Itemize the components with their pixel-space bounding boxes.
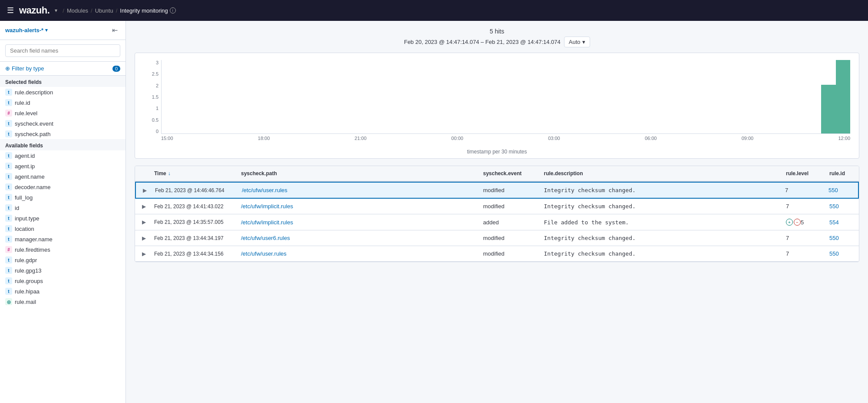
- rule-id-cell[interactable]: 554: [824, 214, 859, 230]
- table-column-header[interactable]: rule.description: [539, 166, 781, 181]
- chart-bar: [821, 85, 836, 133]
- rule-id-cell[interactable]: 550: [824, 230, 859, 246]
- selected-field-item[interactable]: tsyscheck.event: [0, 118, 125, 129]
- rule-id-link[interactable]: 550: [829, 235, 839, 241]
- field-name-label: rule.groups: [15, 278, 43, 284]
- table-head: Time ↓syscheck.pathsyscheck.eventrule.de…: [135, 166, 859, 182]
- chart-bars: [162, 60, 850, 133]
- y-axis-label: 3: [156, 60, 158, 65]
- expand-row-button[interactable]: ▶: [141, 187, 149, 193]
- chart-wrap: 32.521.510.50 15:0018:0021:0000:0003:000…: [135, 53, 859, 159]
- rule-description-cell: Integrity checksum changed.: [539, 230, 781, 246]
- filter-type-row: ⊕ Filter by type 0: [0, 62, 125, 76]
- table-row[interactable]: ▶Feb 21, 2023 @ 14:41:43.022/etc/ufw/imp…: [135, 199, 859, 214]
- available-field-item[interactable]: tmanager.name: [0, 234, 125, 244]
- field-name-label: decoder.name: [15, 184, 50, 190]
- date-range-row: Feb 20, 2023 @ 14:47:14.074 – Feb 21, 20…: [135, 37, 859, 47]
- filter-icon: ⊕: [5, 65, 10, 72]
- y-axis-label: 1.5: [152, 94, 158, 100]
- table-column-header[interactable]: rule.level: [781, 166, 824, 181]
- hits-count: 5 hits: [135, 28, 859, 35]
- selected-field-item[interactable]: trule.description: [0, 87, 125, 97]
- x-axis-label: 03:00: [548, 136, 560, 141]
- selected-field-item[interactable]: trule.id: [0, 97, 125, 108]
- available-field-item[interactable]: trule.groups: [0, 276, 125, 286]
- rule-id-cell[interactable]: 550: [824, 246, 859, 261]
- time-cell: Feb 21, 2023 @ 14:35:57.005: [149, 214, 236, 230]
- rule-id-link[interactable]: 550: [829, 203, 839, 210]
- filter-count-badge: 0: [112, 66, 120, 72]
- table-column-header[interactable]: syscheck.path: [236, 166, 478, 181]
- time-cell: Feb 21, 2023 @ 13:44:34.197: [149, 230, 236, 246]
- syscheck-path-cell[interactable]: /etc/ufw/implicit.rules: [236, 214, 478, 230]
- search-field-input[interactable]: [5, 44, 120, 57]
- minus-filter-button[interactable]: −: [794, 219, 801, 226]
- table-column-header[interactable]: rule.id: [824, 166, 859, 181]
- available-field-item[interactable]: tinput.type: [0, 213, 125, 223]
- breadcrumb-ubuntu[interactable]: Ubuntu: [95, 7, 113, 14]
- field-name-label: rule.hipaa: [15, 288, 40, 295]
- auto-select-dropdown[interactable]: Auto ▾: [564, 37, 590, 47]
- main-content: 5 hits Feb 20, 2023 @ 14:47:14.074 – Feb…: [126, 21, 868, 403]
- hamburger-menu[interactable]: ☰: [7, 6, 14, 15]
- expand-row-button[interactable]: ▶: [140, 219, 148, 225]
- available-field-item[interactable]: ◎rule.mail: [0, 296, 125, 307]
- x-axis-label: 21:00: [355, 136, 367, 141]
- selected-field-item[interactable]: #rule.level: [0, 108, 125, 118]
- rule-description-cell: Integrity checksum changed.: [539, 246, 781, 261]
- top-nav: ☰ wazuh. ▾ / Modules / Ubuntu / Integrit…: [0, 0, 868, 21]
- chart-area: [161, 60, 850, 134]
- available-field-item[interactable]: tagent.id: [0, 150, 125, 161]
- rule-id-cell[interactable]: 550: [824, 199, 859, 214]
- sidebar-header: wazuh-alerts-* ▾ ⇤: [0, 21, 125, 40]
- available-field-item[interactable]: tid: [0, 203, 125, 213]
- field-name-label: agent.name: [15, 173, 45, 180]
- available-field-item[interactable]: trule.gdpr: [0, 255, 125, 265]
- syscheck-path-cell[interactable]: /etc/ufw/user.rules: [236, 246, 478, 261]
- rule-id-link[interactable]: 550: [829, 250, 839, 257]
- plus-filter-button[interactable]: +: [786, 219, 793, 226]
- available-field-item[interactable]: tagent.name: [0, 171, 125, 182]
- data-table: Time ↓syscheck.pathsyscheck.eventrule.de…: [135, 166, 859, 262]
- breadcrumb-modules[interactable]: Modules: [67, 7, 88, 14]
- expand-row-button[interactable]: ▶: [140, 235, 148, 241]
- expand-row-button[interactable]: ▶: [140, 203, 148, 210]
- selected-field-item[interactable]: tsyscheck.path: [0, 129, 125, 139]
- rule-id-link[interactable]: 554: [829, 219, 839, 226]
- index-chevron[interactable]: ▾: [45, 27, 48, 33]
- available-field-item[interactable]: trule.gpg13: [0, 265, 125, 276]
- x-axis-label: 18:00: [258, 136, 270, 141]
- table-row[interactable]: ▶Feb 21, 2023 @ 13:44:34.197/etc/ufw/use…: [135, 230, 859, 246]
- collapse-sidebar-button[interactable]: ⇤: [109, 25, 120, 35]
- x-axis-label: 09:00: [742, 136, 754, 141]
- chart-y-axis: 32.521.510.50: [144, 60, 161, 134]
- table-row[interactable]: ▶Feb 21, 2023 @ 14:46:46.764/etc/ufw/use…: [135, 182, 859, 199]
- time-cell: Feb 21, 2023 @ 14:46:46.764: [150, 183, 237, 198]
- available-field-item[interactable]: tfull_log: [0, 192, 125, 203]
- field-name-label: agent.ip: [15, 163, 35, 170]
- filter-by-type-button[interactable]: ⊕ Filter by type: [5, 65, 44, 72]
- available-field-item[interactable]: tdecoder.name: [0, 182, 125, 192]
- table-row[interactable]: ▶Feb 21, 2023 @ 14:35:57.005/etc/ufw/imp…: [135, 214, 859, 230]
- table-column-header[interactable]: Time ↓: [149, 166, 236, 181]
- field-name-label: syscheck.event: [15, 120, 53, 127]
- table-row[interactable]: ▶Feb 21, 2023 @ 13:44:34.156/etc/ufw/use…: [135, 246, 859, 262]
- available-field-item[interactable]: tlocation: [0, 223, 125, 234]
- available-field-item[interactable]: trule.hipaa: [0, 286, 125, 296]
- rule-id-link[interactable]: 550: [828, 187, 838, 193]
- available-field-item[interactable]: tagent.ip: [0, 161, 125, 171]
- info-icon[interactable]: i: [170, 7, 176, 13]
- field-type-icon: t: [5, 225, 12, 232]
- expand-row-button[interactable]: ▶: [140, 251, 148, 257]
- index-pattern[interactable]: wazuh-alerts-* ▾: [5, 27, 48, 33]
- syscheck-path-cell[interactable]: /etc/ufw/user6.rules: [236, 230, 478, 246]
- syscheck-path-cell[interactable]: /etc/ufw/user.rules: [237, 183, 478, 198]
- field-type-icon: t: [5, 89, 12, 96]
- logo-chevron[interactable]: ▾: [55, 7, 57, 13]
- y-axis-label: 2: [156, 83, 158, 88]
- available-field-item[interactable]: #rule.firedtimes: [0, 244, 125, 255]
- auto-chevron-icon: ▾: [582, 39, 585, 45]
- table-column-header[interactable]: syscheck.event: [478, 166, 539, 181]
- syscheck-path-cell[interactable]: /etc/ufw/implicit.rules: [236, 199, 478, 214]
- rule-id-cell[interactable]: 550: [823, 183, 858, 198]
